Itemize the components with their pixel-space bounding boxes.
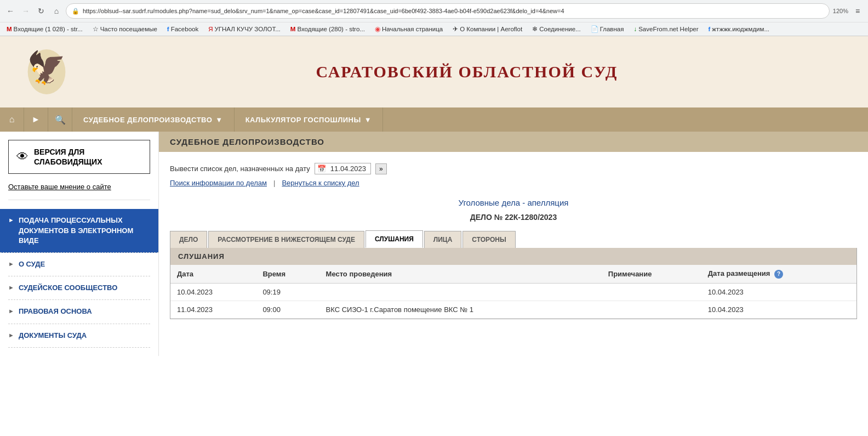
table-section: СЛУШАНИЯ Дата Время Место проведения При… (170, 248, 857, 319)
bookmark-jkxjk[interactable]: f жтжжк.июджмдим... (706, 25, 772, 33)
cell-place: ВКС СИЗО-1 г.Саратов помещение ВКС № 1 (319, 301, 602, 319)
sidebar-item-judiciary[interactable]: ► СУДЕЙСКОЕ СООБЩЕСТВО (8, 276, 150, 300)
table-section-header: СЛУШАНИЯ (170, 248, 856, 265)
date-go-button[interactable]: » (375, 163, 387, 174)
cell-time: 09:19 (256, 284, 319, 301)
sidebar-item-label: СУДЕЙСКОЕ СООБЩЕСТВО (19, 283, 117, 293)
accessibility-button[interactable]: 👁 ВЕРСИЯ ДЛЯ СЛАБОВИДЯЩИХ (8, 140, 150, 174)
site-title-text: САРАТОВСКИЙ ОБЛАСТНОЙ СУД (88, 63, 846, 81)
bookmark-glavnaya[interactable]: 📄 Главная (589, 24, 626, 34)
chevron-icon: ► (8, 332, 14, 338)
search-nav-button[interactable]: 🔍 (48, 107, 72, 132)
main-nav: ⌂ ► 🔍 СУДЕБНОЕ ДЕЛОПРОИЗВОДСТВО ▼ КАЛЬКУ… (0, 107, 868, 132)
bookmark-often[interactable]: ☆ Часто посещаемые (90, 24, 159, 34)
date-input-value: 11.04.2023 (328, 165, 368, 173)
sidebar-item-electronic-docs[interactable]: ► ПОДАЧА ПРОЦЕССУАЛЬНЫХ ДОКУМЕНТОВ В ЭЛЕ… (0, 209, 158, 253)
sidebar-item-about-court[interactable]: ► О СУДЕ (8, 253, 150, 276)
help-icon[interactable]: ? (774, 270, 783, 279)
cell-time: 09:00 (256, 301, 319, 319)
bookmark-label: Главная (600, 26, 624, 32)
forward-button[interactable]: → (20, 5, 32, 17)
nav-court-records[interactable]: СУДЕБНОЕ ДЕЛОПРОИЗВОДСТВО ▼ (72, 107, 235, 132)
tab-storony[interactable]: СТОРОНЫ (462, 231, 515, 248)
tab-litsa[interactable]: ЛИЦА (424, 231, 461, 248)
refresh-button[interactable]: ↻ (35, 5, 47, 17)
col-note: Примечание (602, 265, 701, 284)
back-button[interactable]: ← (4, 5, 16, 17)
criminal-case-title: Уголовные дела - апелляция (170, 198, 857, 207)
bookmark-inbox280[interactable]: M Входящие (280) - stro... (288, 25, 367, 33)
bookmark-icon: M (7, 26, 12, 32)
bookmark-label: Facebook (171, 26, 199, 32)
bookmark-facebook[interactable]: f Facebook (165, 25, 201, 33)
home-button[interactable]: ⌂ (50, 5, 62, 17)
bookmark-icon: f (167, 26, 169, 32)
cell-place (319, 284, 602, 301)
zoom-label: 120% (833, 8, 848, 14)
col-time: Время (256, 265, 319, 284)
bookmark-ugnal[interactable]: Я УГНАЛ КУЧУ ЗОЛОТ... (206, 25, 283, 33)
cell-note (602, 301, 701, 319)
svg-text:🦅: 🦅 (27, 49, 67, 87)
hearings-table: Дата Время Место проведения Примечание Д… (170, 265, 856, 319)
table-header: Дата Время Место проведения Примечание Д… (170, 265, 856, 284)
bookmark-icon: ❄ (532, 25, 538, 33)
nav-court-records-label: СУДЕБНОЕ ДЕЛОПРОИЗВОДСТВО (83, 116, 212, 124)
bookmark-icon: 📄 (591, 25, 598, 33)
bookmark-label: Соединение... (539, 26, 580, 32)
bookmark-savefrom[interactable]: ↓ SaveFrom.net Helper (631, 25, 700, 33)
search-cases-link[interactable]: Поиск информации по делам (170, 179, 267, 187)
cell-placement-date: 10.04.2023 (701, 301, 856, 319)
bookmark-nachalnaya[interactable]: ◉ Начальная страница (373, 24, 445, 34)
col-place: Место проведения (319, 265, 602, 284)
bookmark-icon: ↓ (633, 26, 637, 32)
links-row: Поиск информации по делам | Вернуться к … (170, 179, 857, 187)
main-content: СУДЕБНОЕ ДЕЛОПРОИЗВОДСТВО Вывести список… (159, 132, 868, 356)
main-inner: Вывести список дел, назначенных на дату … (159, 152, 868, 330)
home-nav-button[interactable]: ⌂ (0, 107, 24, 132)
table-row: 11.04.2023 09:00 ВКС СИЗО-1 г.Саратов по… (170, 301, 856, 319)
bookmark-inbox-str[interactable]: M Входящие (1 028) - str... (4, 25, 85, 33)
sidebar-item-label: О СУДЕ (19, 259, 45, 269)
bookmark-icon: f (709, 26, 711, 32)
bookmark-aeroflot[interactable]: ✈ О Компании | Aeroflot (450, 24, 524, 34)
date-filter-row: Вывести список дел, назначенных на дату … (170, 163, 857, 174)
sidebar-item-label: ПРАВОВАЯ ОСНОВА (19, 307, 92, 316)
bookmarks-bar: M Входящие (1 028) - str... ☆ Часто посе… (0, 22, 868, 36)
bookmark-label: УГНАЛ КУЧУ ЗОЛОТ... (215, 26, 281, 32)
menu-button[interactable]: ≡ (852, 5, 864, 17)
date-input-wrapper[interactable]: 📅 11.04.2023 (315, 163, 371, 174)
back-list-link[interactable]: Вернуться к списку дел (282, 179, 359, 187)
sidebar-item-legal-basis[interactable]: ► ПРАВОВАЯ ОСНОВА (8, 300, 150, 324)
chevron-icon: ► (8, 217, 14, 223)
arrow-nav-button[interactable]: ► (24, 107, 48, 132)
tab-slushaniya[interactable]: СЛУШАНИЯ (366, 230, 423, 248)
cell-note (602, 284, 701, 301)
nav-calculator[interactable]: КАЛЬКУЛЯТОР ГОСПОШЛИНЫ ▼ (235, 107, 383, 132)
feedback-link[interactable]: Оставьте ваше мнение о сайте (8, 183, 150, 200)
bookmark-soedinenie[interactable]: ❄ Соединение... (530, 24, 583, 34)
tab-rassmotrenie[interactable]: РАССМОТРЕНИЕ В НИЖЕСТОЯЩЕМ СУДЕ (208, 231, 364, 248)
nav-calculator-label: КАЛЬКУЛЯТОР ГОСПОШЛИНЫ (245, 116, 361, 124)
page-header-text: СУДЕБНОЕ ДЕЛОПРОИЗВОДСТВО (170, 137, 857, 146)
bookmark-icon: ☆ (93, 25, 99, 33)
lock-icon: 🔒 (72, 8, 79, 15)
chevron-icon: ► (8, 261, 14, 267)
bookmark-label: SaveFrom.net Helper (638, 26, 698, 32)
sidebar-item-court-docs[interactable]: ► ДОКУМЕНТЫ СУДА (8, 324, 150, 348)
calendar-icon[interactable]: 📅 (317, 165, 326, 173)
bookmark-icon: ◉ (375, 25, 380, 33)
bookmark-label: О Компании | Aeroflot (460, 26, 522, 32)
bookmark-icon: Я (208, 26, 213, 32)
address-bar[interactable]: 🔒 https://oblsud--sar.sudrf.ru/modules.p… (66, 3, 830, 19)
tab-delo[interactable]: ДЕЛО (170, 231, 207, 248)
browser-toolbar: ← → ↻ ⌂ 🔒 https://oblsud--sar.sudrf.ru/m… (0, 0, 868, 22)
table-body: 10.04.2023 09:19 10.04.2023 11.04.2023 0… (170, 284, 856, 319)
bookmark-label: Входящие (280) - stro... (297, 26, 365, 32)
cell-placement-date: 10.04.2023 (701, 284, 856, 301)
link-separator: | (273, 179, 275, 187)
coat-of-arms-icon: 🦅 (22, 47, 71, 97)
chevron-icon: ► (8, 308, 14, 314)
eye-icon: 👁 (16, 150, 28, 164)
cell-date: 10.04.2023 (170, 284, 256, 301)
